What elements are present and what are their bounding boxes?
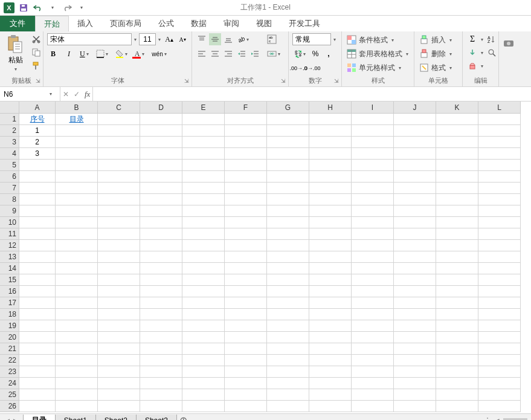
cell-B9[interactable] <box>56 205 98 217</box>
italic-button[interactable]: I <box>63 48 75 60</box>
cell-B26[interactable] <box>56 401 98 412</box>
cell-B25[interactable] <box>56 389 98 401</box>
qat-customize-icon[interactable]: ▾ <box>75 1 88 15</box>
cell-L5[interactable] <box>478 160 521 171</box>
number-launcher-icon[interactable]: ⇲ <box>333 77 340 85</box>
cell-D8[interactable] <box>140 194 182 205</box>
cell-G25[interactable] <box>267 389 309 401</box>
row-header-21[interactable]: 21 <box>0 343 19 355</box>
cell-G7[interactable] <box>267 183 309 194</box>
cell-I24[interactable] <box>352 378 394 389</box>
wrap-text-button[interactable]: abc <box>266 33 283 45</box>
cell-H12[interactable] <box>309 240 352 251</box>
cell-K7[interactable] <box>436 183 478 194</box>
phonetic-button[interactable]: wén▾ <box>150 50 169 59</box>
cell-F13[interactable] <box>225 251 267 263</box>
row-header-25[interactable]: 25 <box>0 389 19 401</box>
cell-C16[interactable] <box>98 286 140 297</box>
cell-I11[interactable] <box>352 228 394 240</box>
row-header-23[interactable]: 23 <box>0 366 19 378</box>
cell-I26[interactable] <box>352 401 394 412</box>
cell-L11[interactable] <box>478 228 521 240</box>
row-header-13[interactable]: 13 <box>0 251 19 263</box>
cell-L19[interactable] <box>478 320 521 332</box>
cell-J6[interactable] <box>394 171 436 183</box>
cell-H14[interactable] <box>309 263 352 274</box>
cell-E26[interactable] <box>182 401 225 412</box>
cell-C9[interactable] <box>98 205 140 217</box>
cell-G26[interactable] <box>267 401 309 412</box>
cell-L17[interactable] <box>478 297 521 309</box>
col-header-H[interactable]: H <box>309 102 352 114</box>
cell-E18[interactable] <box>182 309 225 320</box>
align-center-icon[interactable] <box>209 48 221 60</box>
cell-B5[interactable] <box>56 160 98 171</box>
paste-button[interactable]: 粘贴 ▾ <box>4 33 28 73</box>
cell-I3[interactable] <box>352 137 394 148</box>
cell-F3[interactable] <box>225 137 267 148</box>
cell-A14[interactable] <box>19 263 56 274</box>
tab-page-layout[interactable]: 页面布局 <box>101 16 150 31</box>
cell-I23[interactable] <box>352 366 394 378</box>
cell-A6[interactable] <box>19 171 56 183</box>
cell-C22[interactable] <box>98 355 140 366</box>
cell-C17[interactable] <box>98 297 140 309</box>
cell-F18[interactable] <box>225 309 267 320</box>
cell-J5[interactable] <box>394 160 436 171</box>
cell-G24[interactable] <box>267 378 309 389</box>
cell-G11[interactable] <box>267 228 309 240</box>
cell-G18[interactable] <box>267 309 309 320</box>
cell-C18[interactable] <box>98 309 140 320</box>
cell-F17[interactable] <box>225 297 267 309</box>
cell-D13[interactable] <box>140 251 182 263</box>
font-launcher-icon[interactable]: ⇲ <box>183 77 190 85</box>
cell-F23[interactable] <box>225 366 267 378</box>
align-left-icon[interactable] <box>196 48 208 60</box>
row-header-4[interactable]: 4 <box>0 148 19 160</box>
cell-K25[interactable] <box>436 389 478 401</box>
cell-D23[interactable] <box>140 366 182 378</box>
number-format-dropdown-icon[interactable]: ▾ <box>332 37 337 42</box>
decrease-decimal-icon[interactable]: .0→.00 <box>306 62 318 74</box>
cell-F5[interactable] <box>225 160 267 171</box>
cell-G19[interactable] <box>267 320 309 332</box>
cell-A5[interactable] <box>19 160 56 171</box>
cell-E5[interactable] <box>182 160 225 171</box>
insert-cells-button[interactable]: 插入▾ <box>418 33 454 47</box>
cell-A25[interactable] <box>19 389 56 401</box>
cell-B24[interactable] <box>56 378 98 389</box>
cell-B19[interactable] <box>56 320 98 332</box>
col-header-K[interactable]: K <box>436 102 478 114</box>
cell-H17[interactable] <box>309 297 352 309</box>
row-header-16[interactable]: 16 <box>0 286 19 297</box>
tab-insert[interactable]: 插入 <box>69 16 101 31</box>
cell-H5[interactable] <box>309 160 352 171</box>
cell-K20[interactable] <box>436 332 478 343</box>
cell-B16[interactable] <box>56 286 98 297</box>
cell-G13[interactable] <box>267 251 309 263</box>
cell-H15[interactable] <box>309 274 352 286</box>
cell-D12[interactable] <box>140 240 182 251</box>
cell-A16[interactable] <box>19 286 56 297</box>
row-header-15[interactable]: 15 <box>0 274 19 286</box>
delete-cells-button[interactable]: 删除▾ <box>418 47 454 60</box>
cell-B12[interactable] <box>56 240 98 251</box>
cell-J17[interactable] <box>394 297 436 309</box>
cell-D2[interactable] <box>140 125 182 137</box>
cell-F4[interactable] <box>225 148 267 160</box>
cell-L20[interactable] <box>478 332 521 343</box>
cell-A1[interactable]: 序号 <box>19 114 56 125</box>
cell-D17[interactable] <box>140 297 182 309</box>
row-header-26[interactable]: 26 <box>0 401 19 412</box>
cell-C2[interactable] <box>98 125 140 137</box>
cell-D9[interactable] <box>140 205 182 217</box>
decrease-font-icon[interactable]: A▾ <box>176 33 188 45</box>
cell-I15[interactable] <box>352 274 394 286</box>
row-header-5[interactable]: 5 <box>0 160 19 171</box>
cell-K1[interactable] <box>436 114 478 125</box>
cell-H20[interactable] <box>309 332 352 343</box>
cell-K18[interactable] <box>436 309 478 320</box>
cell-G1[interactable] <box>267 114 309 125</box>
row-header-1[interactable]: 1 <box>0 114 19 125</box>
cell-A8[interactable] <box>19 194 56 205</box>
